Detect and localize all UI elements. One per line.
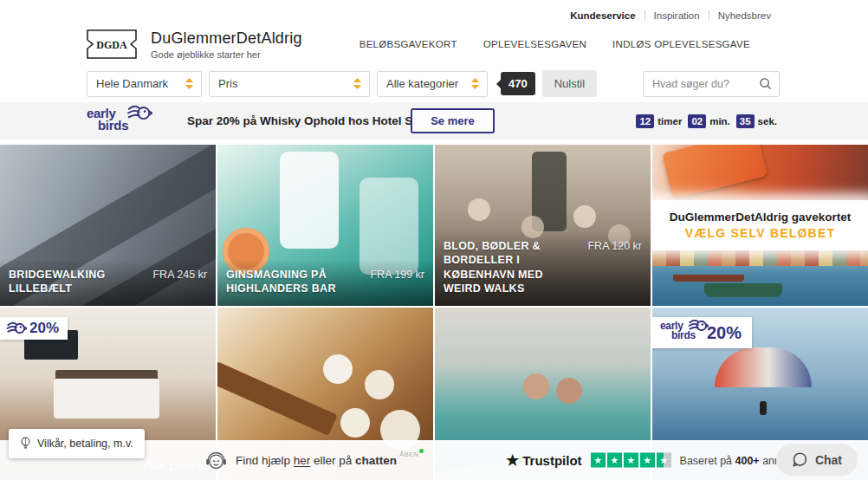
earlybirds-promo-banner: early birds Spar 20% på Whisky Ophold ho… xyxy=(0,102,868,139)
chat-button[interactable]: Chat xyxy=(776,444,858,476)
chat-bubble-icon xyxy=(792,451,808,468)
see-more-button[interactable]: Se mere xyxy=(411,108,495,133)
countdown-seconds: 35 xyxy=(736,114,755,128)
filter-bar: Hele Danmark Pris Alle kategorier 470 Nu… xyxy=(0,66,868,97)
bird-icon xyxy=(126,102,152,124)
discount-percent: 20% xyxy=(707,323,742,343)
gavekort-text-band: DuGlemmerDetAldrig gavekortet VÆLG SELV … xyxy=(652,200,868,250)
terms-chip-label: Vilkår, betaling, m.v. xyxy=(37,438,133,450)
gavekort-title: DuGlemmerDetAldrig gavekortet xyxy=(670,211,851,224)
reset-filters-button[interactable]: Nulstil xyxy=(542,70,597,97)
discount-badge: 20% xyxy=(0,317,68,340)
brand-text[interactable]: DuGlemmerDetAldrig Gode øjeblikke starte… xyxy=(151,29,302,60)
help-link-her[interactable]: her xyxy=(294,454,311,467)
header: DGDA DuGlemmerDetAldrig Gode øjeblikke s… xyxy=(0,23,868,66)
bird-icon xyxy=(6,320,27,337)
gift-card-graphic xyxy=(662,145,768,199)
discount-percent: 20% xyxy=(29,320,59,337)
category-filter-value: Alle kategorier xyxy=(386,77,458,90)
dgda-ticket-logo-icon[interactable]: DGDA xyxy=(87,29,137,59)
countdown-seconds-unit: sek. xyxy=(758,116,777,126)
star-icon: ★ xyxy=(640,453,655,468)
help-link-chatten[interactable]: chatten xyxy=(355,454,397,467)
card-price: FRA 120 kr xyxy=(587,240,642,252)
card-gavekort[interactable]: DuGlemmerDetAldrig gavekortet VÆLG SELV … xyxy=(652,145,868,306)
lightbulb-icon xyxy=(20,436,31,451)
card-ginsmagning[interactable]: GINSMAGNING PÅ HIGHLANDERS BAR FRA 199 k… xyxy=(217,145,433,306)
category-filter-dropdown[interactable]: Alle kategorier xyxy=(377,71,488,97)
topbar-link-nyhedsbrev[interactable]: Nyhedsbrev xyxy=(709,10,780,21)
card-caption: BLOD, BØDLER & BORDELLER I KØBENHAVN MED… xyxy=(435,230,651,306)
price-filter-dropdown[interactable]: Pris xyxy=(209,71,370,97)
half-star-icon: ★ xyxy=(657,453,671,468)
help-area: Find hjælp her eller på chattenÅBEN xyxy=(204,450,424,470)
trustpilot-star-icon: ★ xyxy=(506,453,519,468)
sort-arrows-icon xyxy=(353,78,361,89)
rating-prefix: Baseret på xyxy=(680,454,735,466)
search-input[interactable] xyxy=(652,78,759,90)
nav-indlos-oplevelsesgave[interactable]: INDLØS OPLEVELSESGAVE xyxy=(612,39,750,49)
trustpilot-brand-name: Trustpilot xyxy=(522,453,581,468)
card-price: FRA 245 kr xyxy=(152,269,207,281)
card-caption: BRIDGEWALKING LILLEBÆLT FRA 245 kr xyxy=(0,259,216,307)
site-title: DuGlemmerDetAldrig xyxy=(151,29,302,48)
terms-chip[interactable]: Vilkår, betaling, m.v. xyxy=(9,429,145,458)
bird-icon xyxy=(688,317,709,334)
sort-arrows-icon xyxy=(185,78,193,89)
card-title: GINSMAGNING PÅ HIGHLANDERS BAR xyxy=(226,268,349,296)
chat-open-status: ÅBEN xyxy=(399,451,418,458)
sort-arrows-icon xyxy=(471,78,479,89)
card-photo xyxy=(652,250,868,306)
topbar: Kundeservice Inspiration Nyhedsbrev xyxy=(0,0,868,23)
topbar-link-inspiration[interactable]: Inspiration xyxy=(645,10,709,21)
support-headset-icon xyxy=(204,450,228,470)
earlybirds-logo[interactable]: early birds xyxy=(87,107,149,136)
chat-button-label: Chat xyxy=(815,453,842,467)
earlybirds-logo: early birds xyxy=(660,321,703,345)
countdown-timer: 12 timer 02 min. 35 sek. xyxy=(636,114,780,128)
countdown-hours-unit: timer xyxy=(657,116,682,126)
nav-oplevelsesgaven[interactable]: OPLEVELSESGAVEN xyxy=(483,39,586,49)
logo-text: DGDA xyxy=(96,39,127,51)
countdown-minutes-unit: min. xyxy=(709,116,730,126)
earlybirds-discount-badge: early birds 20% xyxy=(652,317,752,348)
search-icon[interactable] xyxy=(759,77,772,90)
card-weird-walks[interactable]: BLOD, BØDLER & BORDELLER I KØBENHAVN MED… xyxy=(435,145,651,306)
site-tagline: Gode øjeblikke starter her xyxy=(151,49,302,60)
star-icon: ★ xyxy=(591,453,606,468)
trustpilot-brand: ★ Trustpilot xyxy=(506,453,582,468)
region-filter-dropdown[interactable]: Hele Danmark xyxy=(87,71,202,97)
help-prefix: Find hjælp xyxy=(236,454,294,467)
nav-belobsgavekort[interactable]: BELØBSGAVEKORT xyxy=(360,39,457,49)
card-title: BRIDGEWALKING LILLEBÆLT xyxy=(9,268,132,296)
countdown-minutes: 02 xyxy=(688,114,706,128)
card-photo xyxy=(652,145,868,205)
promo-message: Spar 20% på Whisky Ophold hos Hotel Skje… xyxy=(187,114,441,127)
region-filter-value: Hele Danmark xyxy=(96,77,168,90)
search-box xyxy=(643,71,780,97)
result-count-badge: 470 xyxy=(501,72,535,95)
card-bridgewalking[interactable]: BRIDGEWALKING LILLEBÆLT FRA 245 kr xyxy=(0,145,216,306)
help-text: Find hjælp her eller på chattenÅBEN xyxy=(236,454,424,467)
price-filter-value: Pris xyxy=(218,77,237,90)
trustpilot-rating-stars: ★ ★ ★ ★ ★ xyxy=(591,453,671,468)
card-price: FRA 199 kr xyxy=(370,269,424,281)
gavekort-subtitle: VÆLG SELV BELØBET xyxy=(685,226,835,240)
trustpilot-widget[interactable]: ★ Trustpilot ★ ★ ★ ★ ★ Baseret på 400+ a… xyxy=(506,453,821,468)
main-nav: BELØBSGAVEKORT OPLEVELSESGAVEN INDLØS OP… xyxy=(360,39,750,49)
rating-count: 400+ xyxy=(735,454,760,466)
countdown-hours: 12 xyxy=(636,114,654,128)
help-middle: eller på xyxy=(314,454,355,467)
star-icon: ★ xyxy=(624,453,638,468)
card-caption: GINSMAGNING PÅ HIGHLANDERS BAR FRA 199 k… xyxy=(217,259,433,307)
card-title: BLOD, BØDLER & BORDELLER I KØBENHAVN MED… xyxy=(444,239,559,295)
topbar-link-kundeservice[interactable]: Kundeservice xyxy=(561,10,644,21)
star-icon: ★ xyxy=(607,453,622,468)
open-status-dot xyxy=(419,449,424,453)
